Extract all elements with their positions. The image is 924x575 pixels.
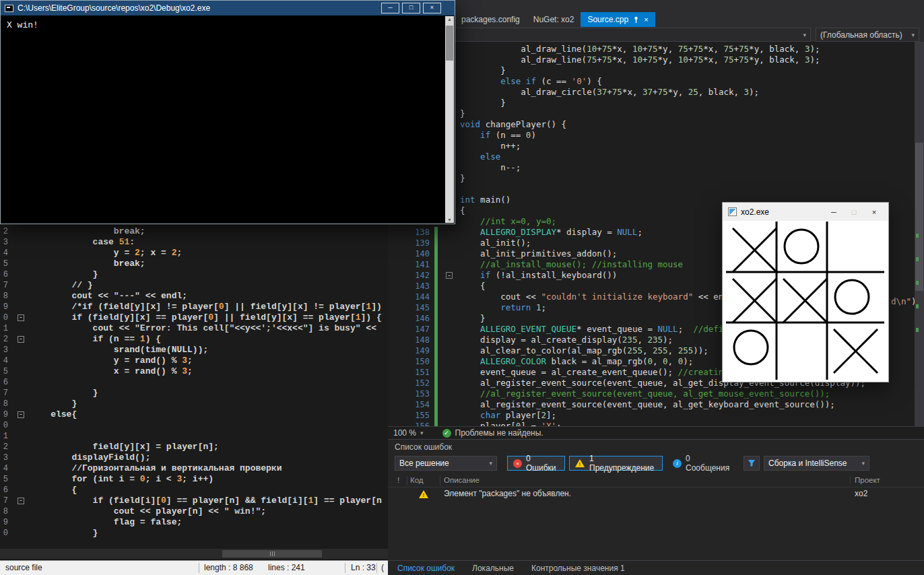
code-line: }: [388, 98, 915, 108]
console-title-bar[interactable]: C:\Users\EliteGroup\source\repos\xo2\Deb…: [1, 1, 455, 15]
console-output: X win!: [1, 15, 445, 224]
warnings-count-label: 1 Предупреждение: [589, 454, 657, 473]
warnings-filter-button[interactable]: ! 1 Предупреждение: [569, 456, 663, 471]
npp-code-editor[interactable]: 2 break;3 case 51:4 y = 2; x = 2;5 break…: [0, 224, 388, 547]
maximize-button[interactable]: □: [844, 203, 864, 221]
chevron-down-icon: ▾: [489, 460, 492, 467]
code-line: 9 /*if (field[y][x] != player[0] || fiel…: [0, 302, 388, 312]
line-number: 146: [388, 313, 431, 324]
scope-dropdown[interactable]: (Глобальная область) ▾: [816, 28, 919, 42]
column-separator: [850, 476, 851, 485]
line-number: 7: [0, 388, 8, 399]
line-number: 140: [388, 248, 431, 259]
column-description[interactable]: Описание: [444, 476, 480, 484]
messages-filter-button[interactable]: i 0 Сообщения: [667, 456, 739, 471]
tab-source-cpp[interactable]: Source.cpp ×: [581, 12, 655, 27]
line-number: 143: [388, 281, 431, 292]
fold-collapse-icon[interactable]: -: [18, 411, 24, 418]
notepadpp-window: 2 break;3 case 51:4 y = 2; x = 2;5 break…: [0, 224, 388, 575]
code-line: 3 displayField();: [0, 452, 388, 463]
scope-filter-dropdown[interactable]: Все решение ▾: [395, 456, 497, 471]
fold-collapse-icon[interactable]: -: [18, 498, 24, 504]
code-line: 153 //al_register_event_source(event_que…: [388, 388, 915, 399]
zoom-level[interactable]: 100 %: [393, 428, 416, 438]
close-tab-icon[interactable]: ×: [644, 16, 648, 24]
tool-tab-error-list[interactable]: Список ошибок: [397, 564, 455, 573]
close-button[interactable]: ×: [423, 3, 441, 13]
code-line: 155 char player[2];: [388, 410, 915, 421]
line-number: 5: [0, 474, 8, 485]
code-line: }: [388, 65, 915, 76]
scrollbar-thumb[interactable]: [915, 143, 923, 291]
status-file-type: source file: [5, 563, 42, 572]
game-window: xo2.exe ─ □ ×: [722, 202, 889, 382]
code-line: n--;: [388, 162, 915, 173]
tab-label: packages.config: [461, 15, 520, 24]
close-button[interactable]: ×: [864, 203, 884, 221]
change-mark: [916, 328, 919, 332]
line-number: 1: [0, 323, 8, 334]
code-line: 4 y = rand() % 3;: [0, 356, 388, 366]
code-line: 0 }: [0, 528, 388, 539]
scope-dropdown-value: (Глобальная область): [820, 30, 902, 40]
fold-collapse-icon[interactable]: -: [18, 314, 24, 321]
tictactoe-board[interactable]: [726, 222, 884, 380]
scrollbar-thumb[interactable]: [446, 26, 453, 61]
line-number: 153: [388, 388, 431, 399]
scrollbar-thumb[interactable]: [222, 550, 322, 557]
source-filter-dropdown[interactable]: Сборка и IntelliSense ▾: [764, 456, 869, 471]
types-dropdown[interactable]: ▾: [393, 28, 811, 42]
scroll-down-icon[interactable]: ▼: [445, 217, 454, 222]
line-number: 150: [388, 356, 431, 367]
warning-row[interactable]: ! Элемент "packages" не объявлен. xo2: [388, 487, 924, 501]
tool-tab-watch[interactable]: Контрольные значения 1: [531, 564, 625, 573]
source-filter-value: Сборка и IntelliSense: [768, 459, 847, 468]
game-title-bar[interactable]: xo2.exe ─ □ ×: [723, 203, 888, 221]
column-separator: [407, 476, 407, 485]
status-clipped-text: (: [381, 563, 384, 572]
line-number: 6: [0, 269, 8, 280]
status-length: length : 8 868: [204, 563, 253, 572]
app-icon: [728, 207, 737, 216]
line-number: 0: [0, 420, 8, 431]
status-separator: [199, 563, 199, 573]
maximize-button[interactable]: □: [402, 3, 420, 13]
npp-horizontal-scrollbar[interactable]: [0, 549, 388, 559]
line-number: 147: [388, 324, 431, 335]
fold-collapse-icon[interactable]: -: [18, 336, 24, 343]
line-number: 5: [0, 366, 8, 377]
line-number: 8: [0, 506, 8, 517]
tab-nuget-xo2[interactable]: NuGet: xo2: [527, 12, 581, 27]
filter-button[interactable]: [744, 456, 760, 471]
line-number: 3: [0, 345, 8, 356]
scroll-up-icon[interactable]: ▲: [445, 17, 454, 22]
tab-packages-config[interactable]: packages.config: [455, 12, 527, 27]
code-line: 7 }: [0, 388, 388, 399]
error-list-header: ! Код Описание Проект: [388, 475, 924, 487]
severity-column-icon[interactable]: !: [397, 476, 399, 484]
tool-tab-locals[interactable]: Локальные: [472, 564, 514, 573]
minimize-button[interactable]: ─: [381, 3, 399, 13]
line-number: 145: [388, 302, 431, 313]
vs-vertical-scrollbar[interactable]: [915, 42, 924, 426]
column-separator: [440, 476, 440, 485]
error-list-toolbar: Все решение ▾ × 0 Ошибки ! 1 Предупрежде…: [388, 454, 924, 473]
chevron-down-icon[interactable]: ▾: [420, 430, 424, 436]
minimize-button[interactable]: ─: [824, 203, 844, 221]
code-line: 0: [0, 420, 388, 431]
column-code[interactable]: Код: [410, 476, 424, 484]
fold-collapse-icon[interactable]: -: [446, 272, 453, 279]
scrollbar-grip-icon: [270, 551, 275, 556]
errors-filter-button[interactable]: × 0 Ошибки: [507, 456, 565, 471]
line-number: 0: [0, 528, 8, 539]
code-line: 156 player[0] = 'X';: [388, 421, 915, 426]
warning-project: xo2: [855, 489, 867, 498]
console-scrollbar[interactable]: ▲ ▼: [445, 16, 454, 223]
code-line: }: [388, 173, 915, 184]
line-number: 148: [388, 335, 431, 345]
status-cursor-position: Ln : 33: [351, 563, 376, 572]
column-project[interactable]: Проект: [855, 476, 880, 484]
pin-icon[interactable]: [633, 16, 639, 24]
tab-label: Source.cpp: [587, 15, 628, 24]
code-line: 7- if (field[i][0] == player[n] && field…: [0, 496, 388, 506]
